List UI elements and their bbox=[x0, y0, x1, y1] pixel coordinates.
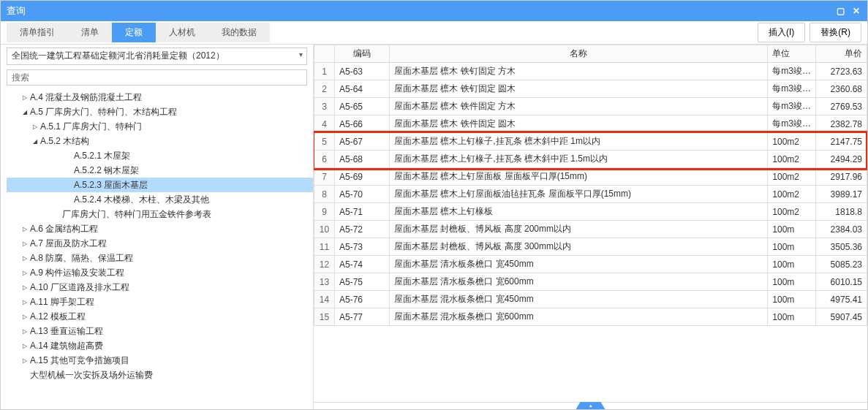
cell-unit[interactable]: 100m bbox=[768, 238, 816, 256]
table-row[interactable]: 7A5-69屋面木基层 檩木上钉屋面板 屋面板平口厚(15mm)100m2291… bbox=[314, 168, 867, 186]
cell-price[interactable]: 2360.68 bbox=[816, 80, 867, 98]
tree-item[interactable]: 厂库房大门、特种门用五金铁件参考表 bbox=[7, 207, 313, 221]
tree-item[interactable]: 大型机械一次安拆及场外运输费 bbox=[7, 368, 313, 382]
cell-price[interactable]: 3505.36 bbox=[816, 238, 867, 256]
cell-price[interactable]: 2917.96 bbox=[816, 168, 867, 186]
table-row[interactable]: 1A5-63屋面木基层 檩木 铁钉固定 方木每m3竣…2723.63 bbox=[314, 63, 867, 80]
expander-icon[interactable]: ▷ bbox=[21, 255, 29, 262]
expander-icon[interactable]: ▷ bbox=[21, 314, 29, 320]
tab-0[interactable]: 清单指引 bbox=[7, 23, 68, 42]
expander-icon[interactable]: ◢ bbox=[31, 138, 39, 145]
expander-icon[interactable]: ▷ bbox=[21, 357, 29, 364]
cell-unit[interactable]: 每m3竣… bbox=[768, 98, 816, 115]
tree-item[interactable]: ▷A.15 其他可竞争措施项目 bbox=[7, 353, 313, 368]
col-rownum[interactable] bbox=[314, 45, 335, 63]
tree-item[interactable]: ▷A.10 厂区道路及排水工程 bbox=[7, 280, 313, 295]
col-unit[interactable]: 单位 bbox=[768, 45, 816, 63]
table-row[interactable]: 9A5-71屋面木基层 檩木上钉椽板100m21818.8 bbox=[314, 203, 867, 221]
table-row[interactable]: 8A5-70屋面木基层 檩木上钉屋面板油毡挂瓦条 屋面板平口厚(15mm)100… bbox=[314, 186, 867, 203]
tree-item[interactable]: ▷A.14 建筑物超高费 bbox=[7, 338, 313, 353]
cell-price[interactable]: 5085.23 bbox=[816, 256, 867, 273]
tree-item[interactable]: ▷A.7 屋面及防水工程 bbox=[7, 236, 313, 251]
cell-code[interactable]: A5-75 bbox=[335, 273, 390, 291]
cell-unit[interactable]: 100m2 bbox=[768, 133, 816, 151]
cell-price[interactable]: 3989.17 bbox=[816, 186, 867, 203]
tree-item[interactable]: ▷A.6 金属结构工程 bbox=[7, 221, 313, 236]
cell-name[interactable]: 屋面木基层 檩木 铁件固定 方木 bbox=[390, 98, 768, 115]
cell-name[interactable]: 屋面木基层 檩木上钉屋面板 屋面板平口厚(15mm) bbox=[390, 168, 768, 186]
table-row[interactable]: 11A5-73屋面木基层 封檐板、博风板 高度 300mm以内100m3505.… bbox=[314, 238, 867, 256]
tree-item[interactable]: ▷A.8 防腐、隔热、保温工程 bbox=[7, 251, 313, 265]
tree-item[interactable]: A.5.2.1 木屋架 bbox=[7, 148, 313, 163]
maximize-icon[interactable]: ▢ bbox=[835, 6, 845, 16]
cell-name[interactable]: 屋面木基层 檩木上钉椽子,挂瓦条 檩木斜中距 1m以内 bbox=[390, 133, 768, 151]
cell-code[interactable]: A5-73 bbox=[335, 238, 390, 256]
cell-price[interactable]: 4975.41 bbox=[816, 291, 867, 308]
tree-item[interactable]: A.5.2.4 木楼梯、木柱、木梁及其他 bbox=[7, 192, 313, 207]
cell-unit[interactable]: 100m bbox=[768, 256, 816, 273]
cell-unit[interactable]: 每m3竣… bbox=[768, 63, 816, 80]
tree-item[interactable]: ▷A.12 模板工程 bbox=[7, 309, 313, 324]
expander-icon[interactable]: ▷ bbox=[21, 299, 29, 305]
tree-item[interactable]: ▷A.9 构件运输及安装工程 bbox=[7, 265, 313, 280]
expander-icon[interactable]: ▷ bbox=[31, 124, 39, 130]
table-row[interactable]: 15A5-77屋面木基层 混水板条檐口 宽600mm100m5907.45 bbox=[314, 308, 867, 326]
cell-code[interactable]: A5-69 bbox=[335, 168, 390, 186]
norm-combo[interactable]: 全国统一建筑工程基础定额河北省消耗量定额（2012） bbox=[7, 48, 307, 65]
cell-unit[interactable]: 100m bbox=[768, 308, 816, 326]
expander-icon[interactable]: ▷ bbox=[21, 94, 29, 101]
table-row[interactable]: 3A5-65屋面木基层 檩木 铁件固定 方木每m3竣…2769.53 bbox=[314, 98, 867, 115]
expander-icon[interactable]: ▷ bbox=[21, 240, 29, 247]
tree-item[interactable]: ▷A.4 混凝土及钢筋混凝土工程 bbox=[7, 90, 313, 105]
table-row[interactable]: 12A5-74屋面木基层 清水板条檐口 宽450mm100m5085.23 bbox=[314, 256, 867, 273]
cell-price[interactable]: 2147.75 bbox=[816, 133, 867, 151]
cell-unit[interactable]: 100m2 bbox=[768, 168, 816, 186]
table-row[interactable]: 2A5-64屋面木基层 檩木 铁钉固定 圆木每m3竣…2360.68 bbox=[314, 80, 867, 98]
data-grid[interactable]: 编码 名称 单位 单价 1A5-63屋面木基层 檩木 铁钉固定 方木每m3竣…2… bbox=[314, 45, 867, 326]
cell-code[interactable]: A5-70 bbox=[335, 186, 390, 203]
table-row[interactable]: 13A5-75屋面木基层 清水板条檐口 宽600mm100m6010.15 bbox=[314, 273, 867, 291]
cell-unit[interactable]: 100m2 bbox=[768, 203, 816, 221]
cell-name[interactable]: 屋面木基层 檩木上钉屋面板油毡挂瓦条 屋面板平口厚(15mm) bbox=[390, 186, 768, 203]
search-input[interactable] bbox=[7, 69, 307, 86]
cell-price[interactable]: 1818.8 bbox=[816, 203, 867, 221]
cell-price[interactable]: 2723.63 bbox=[816, 63, 867, 80]
table-row[interactable]: 5A5-67屋面木基层 檩木上钉椽子,挂瓦条 檩木斜中距 1m以内100m221… bbox=[314, 133, 867, 151]
cell-name[interactable]: 屋面木基层 混水板条檐口 宽600mm bbox=[390, 308, 768, 326]
table-row[interactable]: 10A5-72屋面木基层 封檐板、博风板 高度 200mm以内100m2384.… bbox=[314, 221, 867, 238]
col-name[interactable]: 名称 bbox=[390, 45, 768, 63]
cell-unit[interactable]: 每m3竣… bbox=[768, 80, 816, 98]
tab-2[interactable]: 定额 bbox=[112, 23, 156, 42]
expander-icon[interactable]: ◢ bbox=[21, 109, 29, 115]
cell-unit[interactable]: 100m bbox=[768, 221, 816, 238]
cell-code[interactable]: A5-72 bbox=[335, 221, 390, 238]
cell-price[interactable]: 2769.53 bbox=[816, 98, 867, 115]
cell-code[interactable]: A5-64 bbox=[335, 80, 390, 98]
cell-name[interactable]: 屋面木基层 檩木上钉椽子,挂瓦条 檩木斜中距 1.5m以内 bbox=[390, 151, 768, 168]
cell-unit[interactable]: 每m3竣… bbox=[768, 115, 816, 133]
cell-price[interactable]: 2384.03 bbox=[816, 221, 867, 238]
cell-unit[interactable]: 100m2 bbox=[768, 151, 816, 168]
expand-handle-icon[interactable]: ▴ bbox=[576, 402, 605, 409]
tree-item[interactable]: ▷A.5.1 厂库房大门、特种门 bbox=[7, 119, 313, 134]
cell-unit[interactable]: 100m bbox=[768, 273, 816, 291]
cell-code[interactable]: A5-71 bbox=[335, 203, 390, 221]
cell-name[interactable]: 屋面木基层 清水板条檐口 宽450mm bbox=[390, 256, 768, 273]
tree-item[interactable]: ▷A.11 脚手架工程 bbox=[7, 295, 313, 309]
cell-code[interactable]: A5-76 bbox=[335, 291, 390, 308]
tree-item[interactable]: ◢A.5.2 木结构 bbox=[7, 134, 313, 148]
col-code[interactable]: 编码 bbox=[335, 45, 390, 63]
cell-code[interactable]: A5-65 bbox=[335, 98, 390, 115]
category-tree[interactable]: ▷A.4 混凝土及钢筋混凝土工程◢A.5 厂库房大门、特种门、木结构工程▷A.5… bbox=[1, 88, 313, 409]
insert-button[interactable]: 插入(I) bbox=[758, 23, 805, 42]
cell-name[interactable]: 屋面木基层 檩木上钉椽板 bbox=[390, 203, 768, 221]
cell-name[interactable]: 屋面木基层 混水板条檐口 宽450mm bbox=[390, 291, 768, 308]
cell-name[interactable]: 屋面木基层 封檐板、博风板 高度 200mm以内 bbox=[390, 221, 768, 238]
cell-unit[interactable]: 100m bbox=[768, 291, 816, 308]
tab-3[interactable]: 人材机 bbox=[156, 23, 208, 42]
cell-code[interactable]: A5-63 bbox=[335, 63, 390, 80]
tab-4[interactable]: 我的数据 bbox=[208, 23, 270, 42]
expander-icon[interactable]: ▷ bbox=[21, 270, 29, 276]
table-row[interactable]: 4A5-66屋面木基层 檩木 铁件固定 圆木每m3竣…2382.78 bbox=[314, 115, 867, 133]
tree-item[interactable]: A.5.2.2 钢木屋架 bbox=[7, 163, 313, 178]
